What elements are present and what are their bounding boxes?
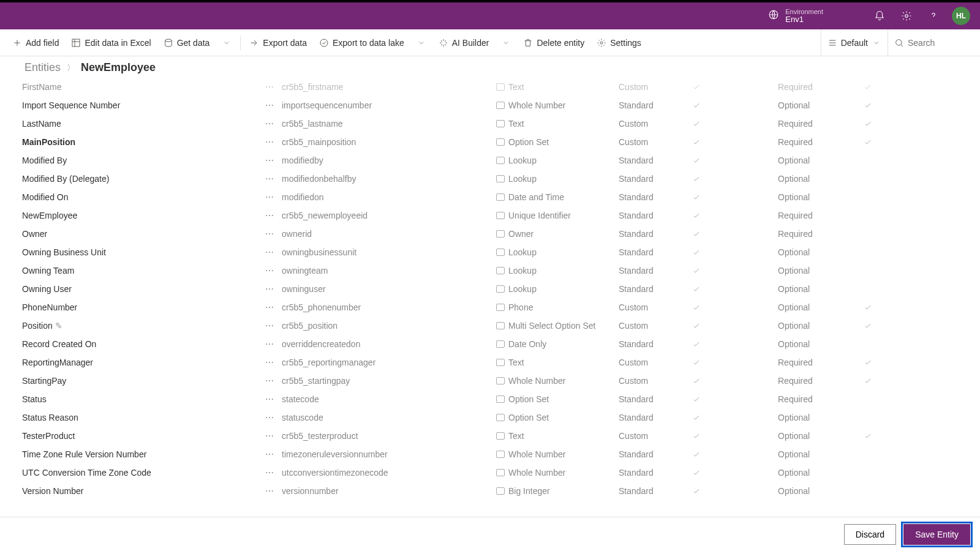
row-more-button[interactable]: ⋯ <box>257 431 282 441</box>
field-row[interactable]: NewEmployee⋯cr5b5_newemployeeidUnique Id… <box>12 206 968 225</box>
field-data-type: Option Set <box>496 413 619 422</box>
row-more-button[interactable]: ⋯ <box>257 302 282 312</box>
search-input[interactable] <box>908 38 957 48</box>
field-row[interactable]: StartingPay⋯cr5b5_startingpayWhole Numbe… <box>12 372 968 390</box>
field-data-type: Owner <box>496 229 619 239</box>
row-more-button[interactable]: ⋯ <box>257 174 282 184</box>
field-customizable <box>692 83 778 91</box>
export-data-button[interactable]: Export data <box>243 34 313 51</box>
field-row[interactable]: TesterProduct⋯cr5b5_testerproductTextCus… <box>12 427 968 445</box>
row-more-button[interactable]: ⋯ <box>257 449 282 459</box>
field-required: Optional <box>778 192 864 202</box>
row-more-button[interactable]: ⋯ <box>257 413 282 422</box>
get-data-button[interactable]: Get data <box>157 34 216 51</box>
field-data-type: Text <box>496 358 619 367</box>
row-more-button[interactable]: ⋯ <box>257 358 282 367</box>
field-searchable <box>864 358 888 367</box>
row-more-button[interactable]: ⋯ <box>257 376 282 386</box>
field-row[interactable]: PhoneNumber⋯cr5b5_phonenumberPhoneCustom… <box>12 298 968 317</box>
field-row[interactable]: Owning User⋯owninguserLookupStandardOpti… <box>12 280 968 298</box>
field-display-name: Position✎ <box>12 321 257 331</box>
field-row[interactable]: LastName⋯cr5b5_lastnameTextCustomRequire… <box>12 114 968 133</box>
field-row[interactable]: FirstName⋯cr5b5_firstnameTextCustomRequi… <box>12 78 968 96</box>
avatar[interactable]: HL <box>952 7 970 25</box>
field-row[interactable]: Modified On⋯modifiedonDate and TimeStand… <box>12 188 968 206</box>
row-more-button[interactable]: ⋯ <box>257 119 282 129</box>
row-more-button[interactable]: ⋯ <box>257 339 282 349</box>
search-box[interactable] <box>888 34 974 51</box>
row-more-button[interactable]: ⋯ <box>257 100 282 110</box>
field-row[interactable]: Owning Team⋯owningteamLookupStandardOpti… <box>12 261 968 280</box>
row-more-button[interactable]: ⋯ <box>257 321 282 331</box>
row-more-button[interactable]: ⋯ <box>257 266 282 276</box>
field-row[interactable]: Status Reason⋯statuscodeOption SetStanda… <box>12 408 968 427</box>
ai-builder-dropdown[interactable] <box>495 34 517 51</box>
svg-point-3 <box>165 39 172 42</box>
ai-builder-button[interactable]: AI Builder <box>432 34 496 51</box>
field-row[interactable]: Import Sequence Number⋯importsequencenum… <box>12 96 968 114</box>
field-display-name: Import Sequence Number <box>12 100 257 110</box>
field-row[interactable]: UTC Conversion Time Zone Code⋯utcconvers… <box>12 463 968 482</box>
field-display-name: Owning Business Unit <box>12 247 257 257</box>
row-more-button[interactable]: ⋯ <box>257 247 282 257</box>
field-required: Optional <box>778 468 864 478</box>
row-more-button[interactable]: ⋯ <box>257 211 282 220</box>
field-customizable <box>692 266 778 275</box>
row-more-button[interactable]: ⋯ <box>257 82 282 92</box>
add-field-button[interactable]: Add field <box>6 34 65 51</box>
type-icon <box>496 102 505 109</box>
row-more-button[interactable]: ⋯ <box>257 394 282 404</box>
field-row[interactable]: Owner⋯owneridOwnerStandardRequired <box>12 225 968 243</box>
field-customizable <box>692 193 778 201</box>
row-more-button[interactable]: ⋯ <box>257 486 282 496</box>
row-more-button[interactable]: ⋯ <box>257 156 282 165</box>
notifications-icon[interactable] <box>871 7 888 24</box>
settings-icon[interactable] <box>898 7 915 24</box>
row-more-button[interactable]: ⋯ <box>257 468 282 478</box>
field-searchable <box>864 432 888 440</box>
field-row[interactable]: Modified By (Delegate)⋯modifiedonbehalfb… <box>12 170 968 188</box>
row-more-button[interactable]: ⋯ <box>257 192 282 202</box>
row-more-button[interactable]: ⋯ <box>257 137 282 147</box>
field-row[interactable]: Record Created On⋯overriddencreatedonDat… <box>12 335 968 353</box>
view-selector[interactable]: Default <box>821 29 888 56</box>
field-kind: Standard <box>619 284 692 294</box>
export-lake-dropdown[interactable] <box>410 34 432 51</box>
field-row[interactable]: MainPosition⋯cr5b5_mainpositionOption Se… <box>12 133 968 151</box>
field-row[interactable]: ReportingManager⋯cr5b5_reportingmanagerT… <box>12 353 968 372</box>
field-row[interactable]: Time Zone Rule Version Number⋯timezoneru… <box>12 445 968 463</box>
chevron-down-icon <box>417 38 426 48</box>
excel-icon <box>71 38 81 48</box>
help-icon[interactable] <box>925 7 942 24</box>
field-required: Optional <box>778 339 864 349</box>
field-row[interactable]: Status⋯statecodeOption SetStandardRequir… <box>12 390 968 408</box>
save-entity-button[interactable]: Save Entity <box>903 524 970 545</box>
field-data-type: Text <box>496 431 619 441</box>
field-display-name: StartingPay <box>12 376 257 386</box>
field-row[interactable]: Modified By⋯modifiedbyLookupStandardOpti… <box>12 151 968 170</box>
field-schema-name: timezoneruleversionnumber <box>282 449 496 459</box>
field-kind: Custom <box>619 302 692 312</box>
delete-entity-button[interactable]: Delete entity <box>517 34 590 51</box>
field-kind: Custom <box>619 321 692 331</box>
field-required: Optional <box>778 321 864 331</box>
type-icon <box>496 157 505 164</box>
field-row[interactable]: Position✎⋯cr5b5_positionMulti Select Opt… <box>12 317 968 335</box>
breadcrumb-parent[interactable]: Entities <box>24 61 61 74</box>
row-more-button[interactable]: ⋯ <box>257 284 282 294</box>
field-row[interactable]: Version Number⋯versionnumberBig IntegerS… <box>12 482 968 500</box>
export-lake-button[interactable]: Export to data lake <box>313 34 410 51</box>
row-more-button[interactable]: ⋯ <box>257 229 282 239</box>
get-data-dropdown[interactable] <box>216 34 238 51</box>
field-display-name: PhoneNumber <box>12 302 257 312</box>
environment-picker[interactable]: Environment Env1 <box>768 8 823 24</box>
field-row[interactable]: Owning Business Unit⋯owningbusinessunitL… <box>12 243 968 261</box>
discard-button[interactable]: Discard <box>844 524 896 545</box>
settings-button[interactable]: Settings <box>590 34 647 51</box>
fields-grid[interactable]: FirstName⋯cr5b5_firstnameTextCustomRequi… <box>0 78 980 517</box>
field-kind: Standard <box>619 192 692 202</box>
field-kind: Standard <box>619 394 692 404</box>
edit-excel-button[interactable]: Edit data in Excel <box>65 34 157 51</box>
field-customizable <box>692 468 778 477</box>
type-icon <box>496 487 505 495</box>
